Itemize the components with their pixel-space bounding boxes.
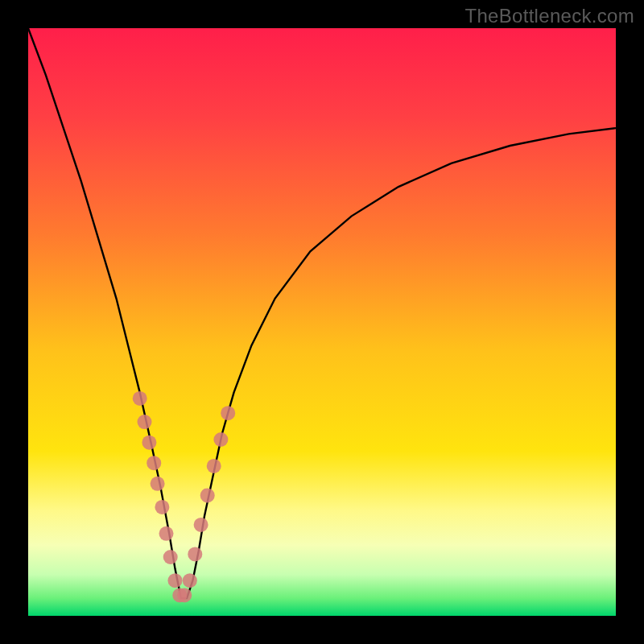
bottleneck-curve: [28, 28, 616, 598]
plot-area: [28, 28, 616, 616]
watermark-text: TheBottleneck.com: [464, 5, 634, 27]
data-point: [213, 432, 228, 447]
chart-container: TheBottleneck.com: [0, 0, 644, 644]
data-point: [177, 588, 192, 602]
data-point: [221, 406, 235, 420]
data-point: [151, 477, 165, 491]
curve-layer: [28, 28, 616, 616]
data-point: [155, 500, 169, 514]
data-point: [159, 526, 174, 541]
data-point: [200, 488, 215, 502]
data-point: [138, 415, 152, 429]
data-point: [188, 547, 202, 561]
data-point: [194, 518, 208, 532]
data-point: [183, 573, 197, 588]
data-point: [163, 550, 178, 564]
data-point: [168, 573, 183, 588]
data-point: [207, 459, 221, 473]
data-point: [142, 436, 156, 450]
data-point: [133, 391, 147, 406]
data-point: [147, 456, 161, 470]
measured-points: [133, 391, 236, 603]
